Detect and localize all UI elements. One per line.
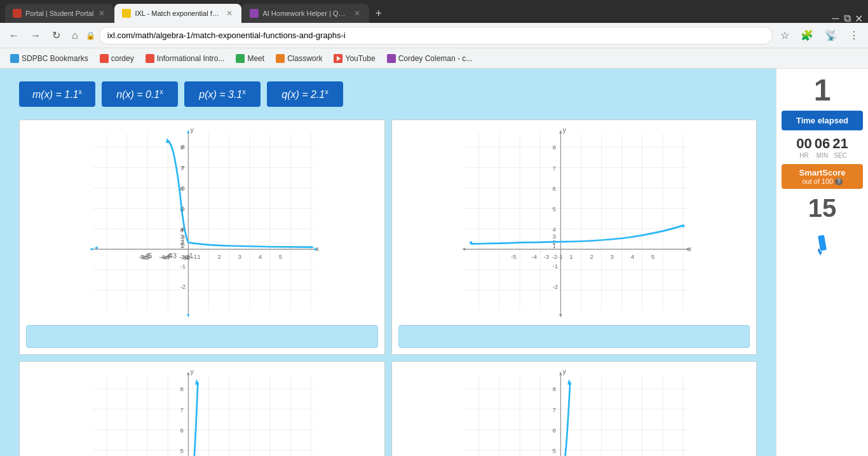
- function-label-m[interactable]: m(x) = 1.1x: [19, 81, 95, 107]
- svg-text:4: 4: [180, 226, 184, 233]
- svg-text:-2: -2: [184, 253, 190, 260]
- svg-text:1: 1: [569, 253, 573, 260]
- tab-close-ai[interactable]: ✕: [353, 8, 362, 19]
- smart-score-value: 15: [808, 194, 837, 223]
- steep-up-arrow: [195, 379, 199, 385]
- new-tab-button[interactable]: +: [370, 7, 387, 20]
- home-button[interactable]: ⌂: [68, 27, 82, 44]
- svg-text:8: 8: [180, 144, 183, 151]
- bookmark-label-youtube: YouTube: [345, 54, 375, 63]
- back-button[interactable]: ←: [5, 27, 23, 44]
- slow-growth-left-arrow: [468, 241, 471, 245]
- graph-answer-box-1[interactable]: [26, 325, 378, 348]
- bookmark-youtube[interactable]: YouTube: [329, 52, 380, 65]
- svg-text:4: 4: [552, 226, 556, 233]
- smart-score-badge: SmartScore out of 100 ?: [782, 164, 863, 189]
- graph-cell-3: x y -5 -4 -3 -2 -1 1 2 3 4 5 8 7 6: [19, 361, 385, 456]
- tab-close-portal[interactable]: ✕: [97, 8, 106, 19]
- tab-portal[interactable]: Portal | Student Portal ✕: [5, 4, 114, 23]
- svg-text:-1: -1: [557, 253, 562, 260]
- function-expr-n: n(x) = 0.1x: [116, 89, 163, 100]
- bookmark-cordey-coleman[interactable]: Cordey Coleman - c...: [382, 52, 478, 65]
- smart-score-help-icon[interactable]: ?: [835, 178, 843, 185]
- graph-cell-1: x y -4 -5 -1 -4 -5 -3 -5 -4 -5 -4: [19, 120, 385, 355]
- window-controls: ─ ⧉ ✕: [831, 14, 863, 23]
- pencil-icon[interactable]: [813, 234, 832, 261]
- svg-marker-96: [559, 130, 562, 134]
- address-bar-row: ← → ↻ ⌂ 🔒 ☆ 🧩 📡 ⋮: [0, 23, 868, 48]
- svg-text:-1: -1: [192, 253, 198, 260]
- bookmark-classwork[interactable]: Classwork: [271, 52, 327, 65]
- svg-text:1: 1: [197, 253, 200, 260]
- moderate-up-arrow: [567, 379, 571, 385]
- svg-text:-1: -1: [552, 263, 558, 270]
- timer-min-value: 06: [815, 135, 830, 152]
- sidebar: 1 Time elapsed 00 HR 06 MIN 21 SEC Smart…: [776, 69, 868, 456]
- decay-arrow-right: [311, 246, 314, 249]
- svg-text:5: 5: [552, 447, 555, 454]
- svg-text:5: 5: [180, 447, 183, 454]
- reload-button[interactable]: ↻: [48, 27, 64, 44]
- extensions-button[interactable]: 🧩: [797, 27, 817, 44]
- svg-text:-1: -1: [180, 263, 186, 270]
- svg-text:x: x: [688, 245, 691, 252]
- timer-hr-value: 00: [796, 135, 811, 152]
- svg-text:4: 4: [259, 253, 262, 260]
- svg-text:7: 7: [552, 165, 555, 172]
- svg-marker-25: [90, 248, 93, 251]
- svg-text:6: 6: [180, 427, 183, 434]
- bookmark-favicon-sdpbc: [10, 54, 19, 63]
- bookmark-cordey[interactable]: cordey: [95, 52, 139, 65]
- tab-title-ixl: IXL - Match exponential functi...: [135, 10, 221, 17]
- browser-chrome: Portal | Student Portal ✕ IXL - Match ex…: [0, 0, 868, 69]
- svg-marker-26: [187, 314, 189, 317]
- bookmark-label-info: Informational Intro...: [157, 54, 225, 63]
- bookmark-favicon-info: [146, 54, 154, 63]
- svg-text:7: 7: [180, 165, 183, 172]
- tab-close-ixl[interactable]: ✕: [225, 8, 234, 19]
- bookmark-label-classwork: Classwork: [287, 54, 322, 63]
- bookmark-label-cordey: cordey: [111, 54, 134, 63]
- graphs-container: x y -4 -5 -1 -4 -5 -3 -5 -4 -5 -4: [19, 120, 757, 456]
- forward-button[interactable]: →: [27, 27, 44, 44]
- graph-answer-box-2[interactable]: [398, 325, 750, 348]
- address-input[interactable]: [99, 27, 773, 45]
- menu-button[interactable]: ⋮: [845, 27, 863, 44]
- graph-svg-1: x y -4 -5 -1 -4 -5 -3 -5 -4 -5 -4: [26, 127, 378, 317]
- tab-bar: Portal | Student Portal ✕ IXL - Match ex…: [0, 0, 868, 23]
- svg-text:y: y: [191, 127, 194, 134]
- svg-text:5: 5: [552, 205, 555, 212]
- bookmark-star-button[interactable]: ☆: [776, 27, 793, 44]
- timer-sec-label: SEC: [834, 152, 847, 159]
- function-label-p[interactable]: p(x) = 3.1x: [184, 81, 261, 107]
- svg-text:x: x: [316, 245, 320, 252]
- function-label-q[interactable]: q(x) = 2.1x: [267, 81, 343, 107]
- tab-ai[interactable]: AI Homework Helper | Quizgec... ✕: [242, 4, 369, 23]
- svg-text:y: y: [562, 368, 566, 375]
- svg-text:8: 8: [552, 144, 555, 151]
- bookmark-sdpbc[interactable]: SDPBC Bookmarks: [5, 52, 93, 65]
- bookmark-favicon-classwork: [276, 54, 285, 63]
- bookmark-favicon-cordey: [100, 54, 109, 63]
- graph-svg-2: x y -5 -4 -3 -2 -1 1 2 3 4 5 8 7 6: [398, 127, 750, 317]
- tab-ixl[interactable]: IXL - Match exponential functi... ✕: [114, 4, 241, 23]
- bookmark-label-meet: Meet: [247, 54, 264, 63]
- bookmark-favicon-cordey-coleman: [387, 54, 396, 63]
- svg-text:6: 6: [552, 185, 555, 192]
- smart-score-label: SmartScore: [788, 168, 857, 177]
- graph-svg-3: x y -5 -4 -3 -2 -1 1 2 3 4 5 8 7 6: [26, 368, 378, 456]
- svg-text:6: 6: [552, 427, 555, 434]
- cast-button[interactable]: 📡: [821, 27, 841, 44]
- smart-score-sub: out of 100 ?: [788, 177, 857, 185]
- bookmark-meet[interactable]: Meet: [231, 52, 269, 65]
- minimize-button[interactable]: ─: [831, 14, 840, 23]
- close-button[interactable]: ✕: [854, 14, 863, 23]
- bookmark-info[interactable]: Informational Intro...: [140, 52, 230, 65]
- restore-button[interactable]: ⧉: [843, 14, 851, 23]
- function-label-n[interactable]: n(x) = 0.1x: [102, 81, 178, 107]
- bookmark-favicon-youtube: [334, 54, 342, 63]
- svg-text:-4: -4: [159, 253, 165, 260]
- decay-curve: [168, 141, 311, 247]
- tab-favicon-portal: [13, 9, 22, 18]
- svg-marker-24: [187, 130, 189, 134]
